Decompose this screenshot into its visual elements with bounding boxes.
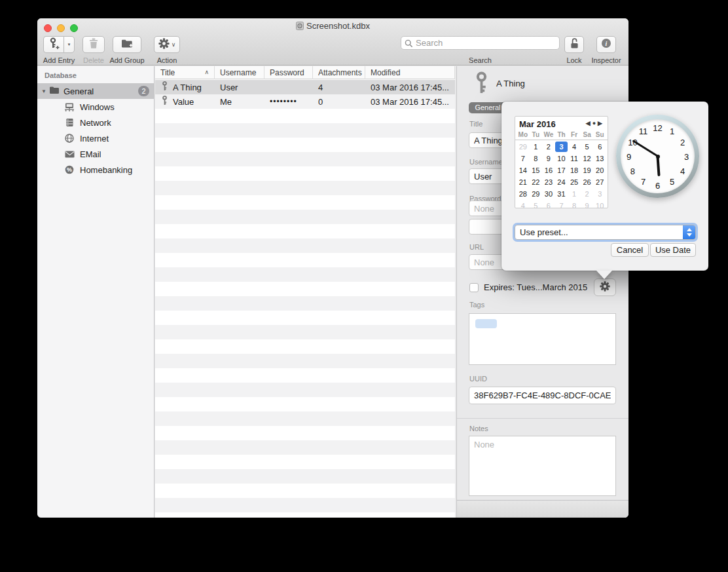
calendar: Mar 2016 ◀●▶ MoTuWeThFrSaSu 291234567891… [515,116,608,208]
preset-select[interactable]: Use preset... [515,225,696,240]
add-group-group: Add Group [113,36,141,53]
weekday-label: Fr [568,131,581,138]
calendar-day[interactable]: 8 [530,153,543,164]
add-group-label: Add Group [109,56,144,64]
column-header-modified[interactable]: Modified [365,66,455,79]
calendar-day[interactable]: 28 [517,189,530,199]
expires-checkbox[interactable] [469,283,479,292]
sidebar-item-homebanking[interactable]: %Homebanking [37,162,155,178]
calendar-day[interactable]: 5 [581,142,594,152]
calendar-day[interactable]: 15 [530,165,543,176]
calendar-day[interactable]: 5 [530,200,543,211]
calendar-day[interactable]: 11 [568,153,581,164]
expires-date-picker-button[interactable] [594,278,616,296]
uuid-field[interactable] [469,387,616,404]
calendar-day[interactable]: 25 [568,177,581,187]
calendar-day[interactable]: 18 [568,165,581,176]
sidebar-item-windows[interactable]: Windows [37,99,155,115]
lock-button[interactable] [564,36,584,53]
calendar-month-label: Mar 2016 [519,119,556,129]
analog-clock[interactable]: 123456789101112 [616,115,699,198]
calendar-nav: ◀●▶ [586,120,604,126]
calendar-day[interactable]: 19 [581,165,594,176]
inspector-button[interactable]: i [596,36,616,53]
tag-token[interactable] [475,319,497,328]
hour-hand[interactable] [657,156,661,176]
action-button[interactable]: ∨ [154,36,180,53]
table-row[interactable]: ValueMe••••••••003 Mar 2016 17:45... [155,94,455,109]
column-header-password[interactable]: Password [264,66,313,79]
calendar-day[interactable]: 9 [542,153,555,164]
calendar-day[interactable]: 2 [581,189,594,199]
calendar-day[interactable]: 4 [517,200,530,211]
calendar-day[interactable]: 29 [530,189,543,199]
next-month-icon[interactable]: ▶ [598,120,604,126]
search-input[interactable] [401,36,560,50]
minute-hand[interactable] [632,140,658,157]
tags-box[interactable] [469,313,616,365]
calendar-day[interactable]: 3 [593,189,606,199]
calendar-day[interactable]: 30 [542,189,555,199]
calendar-day[interactable]: 27 [593,177,606,187]
calendar-day[interactable]: 26 [581,177,594,187]
calendar-day[interactable]: 17 [555,165,568,176]
calendar-day[interactable]: 16 [542,165,555,176]
lock-label: Lock [566,56,581,64]
calendar-day[interactable]: 8 [568,200,581,211]
select-stepper-icon[interactable] [683,225,695,239]
calendar-day[interactable]: 12 [581,153,594,164]
sidebar-badge: 2 [138,86,149,96]
notes-field[interactable]: None [469,436,616,496]
disclosure-triangle-icon[interactable]: ▼ [39,88,49,94]
calendar-day[interactable]: 2 [542,142,555,152]
add-entry-group: ▼ Add Entry [43,36,75,53]
table-row-empty [155,311,455,325]
table-row-empty [155,123,455,138]
calendar-day[interactable]: 21 [517,177,530,187]
today-icon[interactable]: ● [592,120,598,126]
column-header-attachments[interactable]: Attachments [313,66,365,79]
calendar-day[interactable]: 20 [593,165,606,176]
cancel-button[interactable]: Cancel [611,243,649,257]
calendar-day[interactable]: 7 [517,153,530,164]
calendar-day[interactable]: 4 [568,142,581,152]
calendar-day[interactable]: 14 [517,165,530,176]
action-group: ∨ Action [154,36,180,53]
column-header-title[interactable]: Title∧ [155,66,215,79]
sidebar-item-internet[interactable]: Internet [37,130,155,146]
sidebar-item-general[interactable]: ▼ General 2 [37,83,155,99]
sidebar-item-email[interactable]: EMail [37,146,155,162]
add-entry-button[interactable] [43,36,64,53]
calendar-day[interactable]: 9 [581,200,594,211]
calendar-day[interactable]: 22 [530,177,543,187]
column-header-username[interactable]: Username [215,66,264,79]
calendar-day[interactable]: 1 [530,142,543,152]
envelope-icon [64,151,75,158]
dropdown-arrow-icon: ▼ [67,43,71,47]
table-row-empty [155,138,455,152]
calendar-day[interactable]: 13 [593,153,606,164]
table-row[interactable]: A ThingUser403 Mar 2016 17:45... [155,80,455,94]
calendar-day[interactable]: 23 [542,177,555,187]
cell-modified: 03 Mar 2016 17:45... [365,83,455,92]
calendar-day[interactable]: 29 [517,142,530,152]
calendar-day[interactable]: 10 [593,200,606,211]
calendar-day[interactable]: 6 [593,142,606,152]
sidebar-item-label: Internet [80,134,109,143]
delete-button[interactable] [82,36,105,53]
calendar-day[interactable]: 6 [542,200,555,211]
title-field-label: Title [469,120,482,128]
calendar-day[interactable]: 31 [555,189,568,199]
sidebar-item-network[interactable]: Network [37,115,155,130]
titlebar: Screenshot.kdbx [37,21,628,33]
calendar-day[interactable]: 24 [555,177,568,187]
use-date-button[interactable]: Use Date [650,243,696,257]
add-group-button[interactable] [113,36,141,53]
gear-icon [158,38,170,52]
prev-month-icon[interactable]: ◀ [586,120,592,126]
calendar-day[interactable]: 10 [555,153,568,164]
calendar-day-selected[interactable]: 3 [555,142,568,152]
calendar-day[interactable]: 7 [555,200,568,211]
calendar-day[interactable]: 1 [568,189,581,199]
add-entry-dropdown-button[interactable]: ▼ [64,36,75,53]
